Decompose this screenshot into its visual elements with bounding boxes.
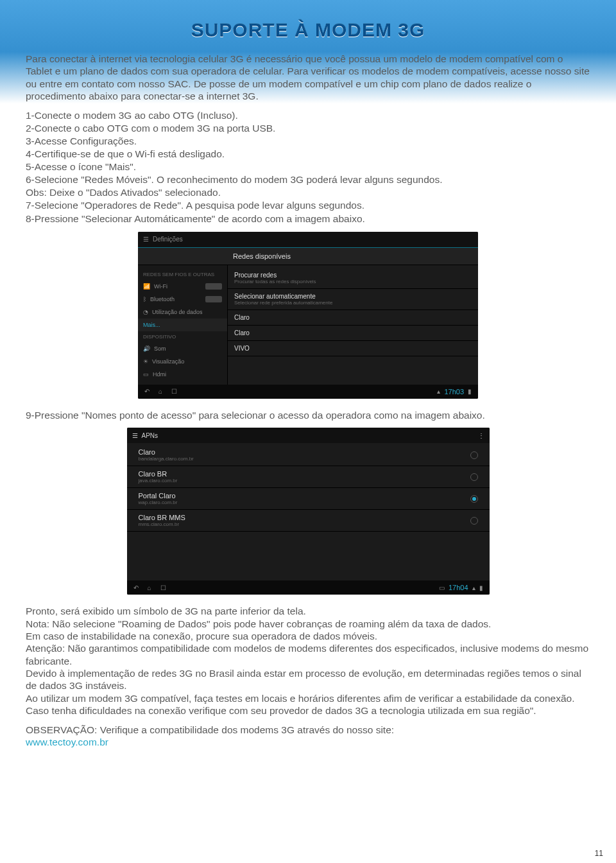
sim-icon: ▭ xyxy=(439,584,445,591)
radio-unselected[interactable] xyxy=(470,473,478,481)
apns-title: APNs xyxy=(142,432,158,439)
radio-selected[interactable] xyxy=(470,495,478,503)
page-number: 11 xyxy=(595,849,603,858)
sidebar-bluetooth[interactable]: ᛒBluetooth xyxy=(138,293,227,306)
settings-icon: ☰ xyxy=(132,432,138,439)
closing-paragraph: Pronto, será exibido um símbolo de 3G na… xyxy=(26,605,590,717)
radio-unselected[interactable] xyxy=(470,451,478,459)
settings-sidebar: REDES SEM FIOS E OUTRAS 📶Wi-Fi ᛒBluetoot… xyxy=(138,265,228,385)
sidebar-wifi[interactable]: 📶Wi-Fi xyxy=(138,280,227,293)
step-9: 9-Pressione "Nomes ponto de acesso" para… xyxy=(26,409,590,421)
step-obs: Obs: Deixe o "Dados Ativados" selecionad… xyxy=(26,186,590,199)
item-claro-1[interactable]: Claro xyxy=(228,310,478,326)
step-5: 5-Acesse o ícone "Mais". xyxy=(26,161,590,173)
intro-paragraph: Para conectar à internet via tecnologia … xyxy=(26,53,590,103)
item-claro-2[interactable]: Claro xyxy=(228,326,478,341)
sidebar-hdmi[interactable]: ▭Hdmi xyxy=(138,368,227,381)
status-clock: 17h03 xyxy=(444,388,464,396)
nav-back-icon[interactable]: ↶ xyxy=(144,388,150,395)
menu-icon[interactable]: ⋮ xyxy=(478,432,484,439)
sidebar-display[interactable]: ☀Visualização xyxy=(138,355,227,368)
step-6: 6-Selecione "Redes Móveis". O reconhecim… xyxy=(26,173,590,186)
apn-row-claro[interactable]: Clarobandalarga.claro.com.br xyxy=(127,444,490,466)
apn-row-portal-claro[interactable]: Portal Clarowap.claro.com.br xyxy=(127,488,490,510)
step-1: 1-Conecte o modem 3G ao cabo OTG (Inclus… xyxy=(26,109,590,122)
network-list: Procurar redes Procurar todas as redes d… xyxy=(228,265,478,385)
apn-row-claro-mms[interactable]: Claro BR MMSmms.claro.com.br xyxy=(127,510,490,532)
steps-list: 1-Conecte o modem 3G ao cabo OTG (Inclus… xyxy=(26,109,590,225)
panel-header: Redes disponíveis xyxy=(138,247,478,265)
page-title: SUPORTE À MODEM 3G xyxy=(26,19,590,41)
screenshot-redes-disponiveis: ☰ Definições Redes disponíveis REDES SEM… xyxy=(138,232,478,399)
side-group-wireless: REDES SEM FIOS E OUTRAS xyxy=(138,269,227,280)
battery-icon: ▮ xyxy=(479,584,483,591)
item-search-networks[interactable]: Procurar redes Procurar todas as redes d… xyxy=(228,268,478,289)
item-auto-select[interactable]: Selecionar automaticamente Selecionar re… xyxy=(228,289,478,310)
nav-home-icon[interactable]: ⌂ xyxy=(158,388,162,395)
signal-icon: ▴ xyxy=(472,584,475,591)
sidebar-data-usage[interactable]: ◔Utilização de dados xyxy=(138,306,227,318)
sidebar-sound[interactable]: 🔊Som xyxy=(138,342,227,355)
back-label: Definições xyxy=(153,236,183,243)
bt-toggle[interactable] xyxy=(205,296,222,302)
step-8: 8-Pressione "Selecionar Automáticamente"… xyxy=(26,213,590,225)
signal-icon: ▴ xyxy=(437,388,440,395)
step-4: 4-Certifique-se de que o Wi-fi está desl… xyxy=(26,148,590,161)
nav-recent-icon[interactable]: ☐ xyxy=(171,388,177,395)
step-3: 3-Acesse Configurações. xyxy=(26,135,590,148)
battery-icon: ▮ xyxy=(468,388,472,395)
screenshot-apns: ☰ APNs ⋮ Clarobandalarga.claro.com.br Cl… xyxy=(127,428,490,595)
nav-back-icon[interactable]: ↶ xyxy=(133,584,139,591)
settings-icon: ☰ xyxy=(143,236,149,243)
site-link[interactable]: www.tectoy.com.br xyxy=(26,737,108,747)
apn-row-claro-br[interactable]: Claro BRjava.claro.com.br xyxy=(127,466,490,488)
status-clock: 17h04 xyxy=(449,584,468,591)
side-group-device: DISPOSITIVO xyxy=(138,331,227,342)
wifi-toggle[interactable] xyxy=(205,283,222,290)
sidebar-more[interactable]: Mais... xyxy=(138,318,227,331)
item-vivo[interactable]: VIVO xyxy=(228,341,478,356)
step-2: 2-Conecte o cabo OTG com o modem 3G na p… xyxy=(26,122,590,135)
step-7: 7-Selecione "Operadores de Rede". A pesq… xyxy=(26,199,590,212)
observacao-label: OBSERVAÇÃO: Verifique a compatibilidade … xyxy=(26,724,394,735)
nav-recent-icon[interactable]: ☐ xyxy=(160,584,166,591)
radio-unselected[interactable] xyxy=(470,517,478,525)
nav-home-icon[interactable]: ⌂ xyxy=(148,584,151,591)
